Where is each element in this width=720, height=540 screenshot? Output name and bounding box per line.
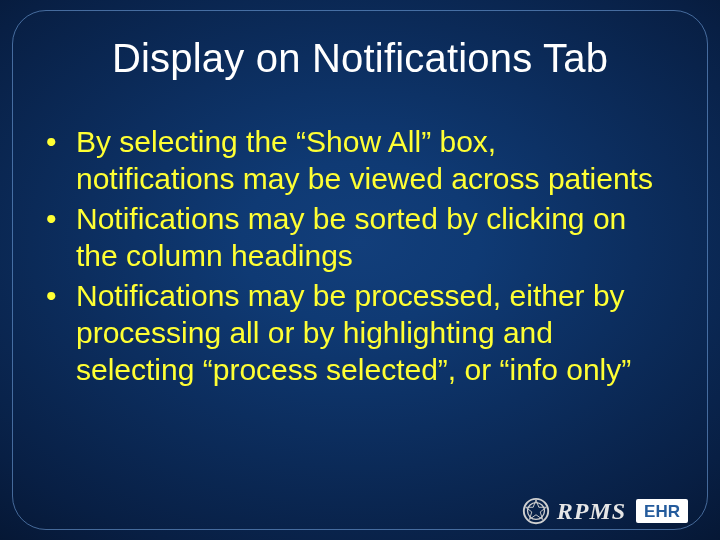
ehr-badge: EHR — [636, 499, 688, 523]
rpms-seal-icon — [521, 496, 551, 526]
rpms-logo-text: RPMS — [557, 499, 626, 523]
bullet-text: Notifications may be processed, either b… — [76, 279, 631, 385]
slide: Display on Notifications Tab By selectin… — [0, 0, 720, 540]
bullet-list: By selecting the “Show All” box, notific… — [42, 124, 660, 388]
list-item: By selecting the “Show All” box, notific… — [42, 124, 660, 197]
list-item: Notifications may be sorted by clicking … — [42, 201, 660, 274]
bullet-text: By selecting the “Show All” box, notific… — [76, 125, 653, 195]
list-item: Notifications may be processed, either b… — [42, 278, 660, 388]
bullet-text: Notifications may be sorted by clicking … — [76, 202, 626, 272]
footer-logo: RPMS EHR — [521, 496, 688, 526]
slide-body: By selecting the “Show All” box, notific… — [42, 124, 660, 392]
slide-title: Display on Notifications Tab — [0, 36, 720, 81]
